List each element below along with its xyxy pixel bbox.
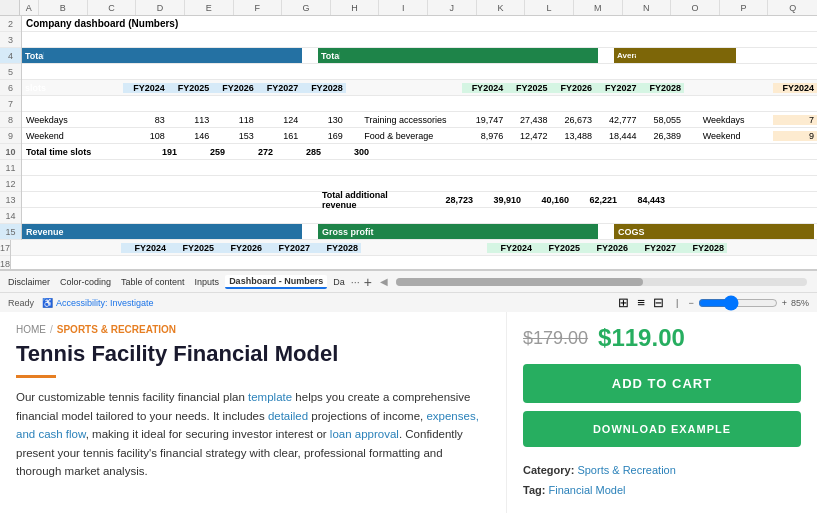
category-label: Category: (523, 464, 574, 476)
section-time-slots-header: Total time slots sold (22, 48, 44, 63)
tab-table-of-content[interactable]: Table of content (117, 276, 189, 288)
tag-row: Tag: Financial Model (523, 481, 801, 501)
tab-inputs[interactable]: Inputs (191, 276, 224, 288)
title-underline (16, 375, 56, 378)
section-avg-header: Average number of time slots sold per da… (614, 48, 636, 63)
section-customers-header: Total customers - additional revenues (318, 48, 340, 63)
breadcrumb-category[interactable]: SPORTS & RECREATION (57, 324, 176, 335)
price-section: $179.00 $119.00 (523, 324, 801, 352)
category-link[interactable]: Sports & Recreation (577, 464, 675, 476)
view-controls: ⊞ ≡ ⊟ | − + 85% (616, 293, 809, 312)
layout-view-btn[interactable]: ⊟ (651, 293, 666, 312)
tab-da[interactable]: Da (329, 276, 349, 288)
zoom-minus[interactable]: − (688, 298, 693, 308)
zoom-percent: 85% (791, 298, 809, 308)
zoom-plus[interactable]: + (782, 298, 787, 308)
sheet-tabs-bar: Disclaimer Color-coding Table of content… (0, 270, 817, 292)
list-view-btn[interactable]: ≡ (635, 293, 647, 312)
section-gross-profit-header: Gross profit (318, 224, 598, 239)
tab-overflow-dots[interactable]: ··· (351, 276, 360, 288)
accessibility-icon: ♿ (42, 298, 53, 308)
tag-link[interactable]: Financial Model (548, 484, 625, 496)
product-description: Our customizable tennis facility financi… (16, 388, 490, 480)
product-left-panel: HOME / SPORTS & RECREATION Tennis Facili… (0, 312, 507, 513)
product-area: HOME / SPORTS & RECREATION Tennis Facili… (0, 312, 817, 513)
section-cogs-header: COGS (614, 224, 814, 239)
grid-view-btn[interactable]: ⊞ (616, 293, 631, 312)
tab-scroll-left[interactable]: ◀ (380, 276, 388, 287)
price-new: $119.00 (598, 324, 685, 352)
download-example-button[interactable]: DOWNLOAD EXAMPLE (523, 411, 801, 447)
zoom-slider[interactable] (698, 295, 778, 311)
status-bar: Ready ♿ Accessibility: Investigate ⊞ ≡ ⊟… (0, 292, 817, 312)
spreadsheet-area: A B C D E F G H I J K L M N O P Q 2 3 4 … (0, 0, 817, 270)
breadcrumb-home[interactable]: HOME (16, 324, 46, 335)
product-meta: Category: Sports & Recreation Tag: Finan… (523, 461, 801, 501)
tab-disclaimer[interactable]: Disclaimer (4, 276, 54, 288)
product-right-panel: $179.00 $119.00 ADD TO CART DOWNLOAD EXA… (507, 312, 817, 513)
tab-color-coding[interactable]: Color-coding (56, 276, 115, 288)
year-fy2024-timeslots: FY2024 (123, 83, 167, 93)
section-revenue-header: Revenue (22, 224, 302, 239)
add-to-cart-button[interactable]: ADD TO CART (523, 364, 801, 403)
tag-label: Tag: (523, 484, 545, 496)
status-ready: Ready (8, 298, 34, 308)
price-old: $179.00 (523, 328, 588, 349)
dashboard-title: Company dashboard (Numbers) (22, 18, 302, 29)
breadcrumb-sep-1: / (50, 324, 53, 335)
product-title: Tennis Facility Financial Model (16, 341, 490, 367)
breadcrumb: HOME / SPORTS & RECREATION (16, 324, 490, 335)
category-row: Category: Sports & Recreation (523, 461, 801, 481)
tab-dashboard-numbers[interactable]: Dashboard - Numbers (225, 275, 327, 289)
accessibility-status: ♿ Accessibility: Investigate (42, 298, 154, 308)
tab-add-button[interactable]: + (364, 274, 372, 290)
